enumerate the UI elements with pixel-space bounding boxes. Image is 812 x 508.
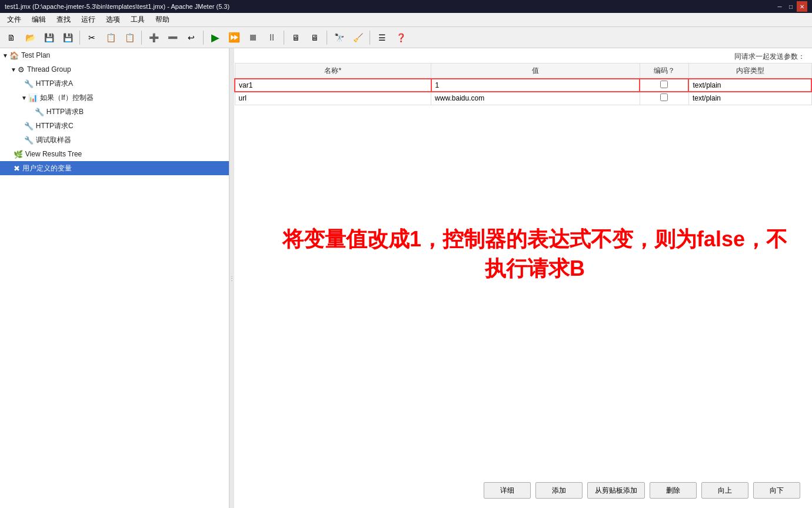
cell-value-url[interactable]: www.baidu.com: [431, 92, 640, 105]
icon-http-c: 🔧: [24, 122, 34, 131]
toolbar-clear[interactable]: 🧹: [349, 29, 367, 46]
close-button[interactable]: ✕: [797, 1, 807, 12]
tree-item-if-controller[interactable]: ▼ 📊 如果（If）控制器: [0, 91, 229, 105]
tree-item-http-c[interactable]: 🔧 HTTP请求C: [0, 119, 229, 133]
params-label: 同请求一起发送参数：: [734, 52, 805, 61]
icon-if-controller: 📊: [28, 93, 38, 102]
move-up-button[interactable]: 向上: [701, 482, 748, 499]
icon-view-results: 🌿: [14, 150, 23, 159]
toolbar-remove[interactable]: ➖: [164, 29, 181, 46]
menu-file[interactable]: 文件: [2, 14, 26, 26]
tree-item-debug[interactable]: 🔧 调试取样器: [0, 133, 229, 147]
cell-name-url[interactable]: url: [235, 92, 431, 105]
arrow-if-controller: ▼: [21, 95, 27, 101]
toolbar-help[interactable]: ❓: [392, 29, 410, 46]
toolbar-list[interactable]: ☰: [373, 29, 391, 46]
col-header-value: 值: [431, 63, 640, 79]
toolbar-stop[interactable]: ⏹: [244, 29, 262, 46]
toolbar-remote[interactable]: 🖥: [287, 29, 305, 46]
arrow-debug: [21, 137, 23, 143]
tree-item-user-defined-vars[interactable]: ✖ 用户定义的变量: [0, 161, 229, 175]
tree-item-http-a[interactable]: 🔧 HTTP请求A: [0, 76, 229, 91]
menu-tools[interactable]: 工具: [126, 14, 149, 26]
label-http-b: HTTP请求B: [46, 107, 84, 117]
toolbar-start[interactable]: ▶: [207, 29, 224, 46]
label-view-results: View Results Tree: [25, 150, 82, 158]
toolbar-new[interactable]: 🗎: [2, 29, 20, 46]
cell-encode-var1: [640, 79, 688, 92]
move-down-button[interactable]: 向下: [753, 482, 800, 499]
resize-handle[interactable]: ⋮: [229, 48, 234, 508]
arrow-thread-group: ▼: [11, 66, 16, 73]
label-thread-group: Thread Group: [27, 65, 71, 73]
arrow-user-vars: [11, 165, 12, 172]
add-from-clipboard-button[interactable]: 从剪贴板添加: [587, 482, 645, 499]
icon-http-a: 🔧: [24, 79, 34, 88]
toolbar-binoculars[interactable]: 🔭: [330, 29, 348, 46]
cell-encode-url: [640, 92, 688, 105]
toolbar: 🗎 📂 💾 💾 ✂ 📋 📋 ➕ ➖ ↩ ▶ ⏩ ⏹ ⏸ 🖥 🖥 🔭 🧹 ☰ ❓: [0, 27, 812, 48]
title-text: test1.jmx (D:\apache-jmeter-5.3\bin\temp…: [5, 3, 229, 10]
cell-name-var1[interactable]: var1: [235, 79, 431, 92]
toolbar-save-as[interactable]: 💾: [59, 29, 76, 46]
col-header-content-type: 内容类型: [688, 63, 811, 79]
col-header-name: 名称*: [235, 63, 431, 79]
toolbar-save[interactable]: 💾: [40, 29, 58, 46]
annotation-text: 将变量值改成1，控制器的表达式不变，则为false，不执行请求B: [281, 225, 788, 284]
label-test-plan: Test Plan: [21, 51, 50, 59]
toolbar-paste[interactable]: 📋: [121, 29, 138, 46]
add-button[interactable]: 添加: [535, 482, 583, 499]
separator-6: [370, 31, 370, 45]
label-debug: 调试取样器: [36, 135, 71, 145]
sidebar: ▼ 🏠 Test Plan ▼ ⚙ Thread Group 🔧 HTTP请求A…: [0, 48, 229, 508]
cell-content-url: text/plain: [688, 92, 811, 105]
menu-options[interactable]: 选项: [101, 14, 125, 26]
bottom-buttons: 详细 添加 从剪贴板添加 删除 向上 向下: [484, 482, 800, 499]
title-bar: test1.jmx (D:\apache-jmeter-5.3\bin\temp…: [0, 0, 812, 13]
toolbar-copy[interactable]: 📋: [102, 29, 119, 46]
label-user-vars: 用户定义的变量: [22, 163, 72, 173]
arrow-http-a: [21, 81, 23, 87]
detail-button[interactable]: 详细: [484, 482, 531, 499]
tree-item-view-results[interactable]: 🌿 View Results Tree: [0, 147, 229, 161]
menu-help[interactable]: 帮助: [151, 14, 174, 26]
toolbar-add[interactable]: ➕: [145, 29, 162, 46]
arrow-test-plan: ▼: [2, 52, 8, 59]
params-table: 名称* 值 编码？ 内容类型: [234, 63, 812, 105]
icon-debug: 🔧: [24, 136, 34, 145]
delete-button[interactable]: 删除: [650, 482, 697, 499]
separator-3: [203, 31, 204, 45]
col-header-encode: 编码？: [640, 63, 688, 79]
toolbar-shutdown[interactable]: ⏸: [263, 29, 281, 46]
menu-edit[interactable]: 编辑: [27, 14, 51, 26]
tree-item-http-b[interactable]: 🔧 HTTP请求B: [0, 105, 229, 119]
arrow-http-b: [32, 109, 34, 115]
label-http-a: HTTP请求A: [36, 79, 73, 89]
menu-run[interactable]: 运行: [76, 14, 100, 26]
tree-item-thread-group[interactable]: ▼ ⚙ Thread Group: [0, 62, 229, 76]
menu-search[interactable]: 查找: [52, 14, 75, 26]
maximize-button[interactable]: □: [786, 1, 796, 12]
separator-5: [327, 31, 327, 45]
toolbar-start-nopause[interactable]: ⏩: [225, 29, 243, 46]
separator-2: [141, 31, 142, 45]
menu-bar: 文件 编辑 查找 运行 选项 工具 帮助: [0, 13, 812, 27]
separator-1: [79, 31, 80, 45]
table-row: var1 1 text/plain: [235, 79, 811, 92]
toolbar-cut[interactable]: ✂: [83, 29, 101, 46]
content-area: 同请求一起发送参数： 名称* 值 编码？: [234, 48, 812, 508]
checkbox-encode-url[interactable]: [660, 93, 668, 101]
icon-thread-group: ⚙: [18, 65, 25, 74]
checkbox-encode-var1[interactable]: [660, 81, 668, 88]
toolbar-open[interactable]: 📂: [21, 29, 39, 46]
main-layout: ▼ 🏠 Test Plan ▼ ⚙ Thread Group 🔧 HTTP请求A…: [0, 48, 812, 508]
params-header: 同请求一起发送参数：: [234, 48, 812, 63]
tree-item-test-plan[interactable]: ▼ 🏠 Test Plan: [0, 48, 229, 62]
icon-test-plan: 🏠: [9, 51, 19, 60]
arrow-http-c: [21, 123, 23, 129]
toolbar-remote-stop[interactable]: 🖥: [306, 29, 324, 46]
minimize-button[interactable]: ─: [774, 1, 785, 12]
cell-value-var1[interactable]: 1: [431, 79, 640, 92]
arrow-view-results: [11, 151, 12, 158]
toolbar-undo[interactable]: ↩: [182, 29, 200, 46]
